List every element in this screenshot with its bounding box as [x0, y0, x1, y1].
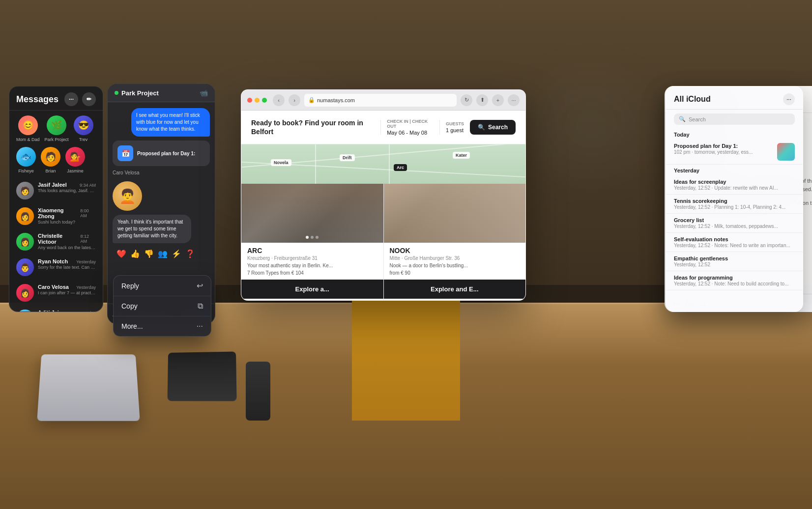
note-thumbnail-colorful [777, 143, 795, 161]
contact-avatar-fisheye: 🐟 [16, 147, 36, 167]
note-screenplay[interactable]: Ideas for screenplay Yesterday, 12:52 · … [666, 175, 803, 195]
search-divider-2 [439, 120, 440, 135]
messages-app-window: Messages ··· ✏ 😊 Mom & Dad 🌿 Park Projec… [9, 86, 103, 312]
context-reply-item[interactable]: Reply ↩ [114, 276, 211, 296]
search-btn-label: Search [488, 124, 508, 131]
note-programming[interactable]: Ideas for programming Yesterday, 12:52 ·… [666, 271, 803, 290]
msg-preview-caro: I can join after 7 — at practice until t… [38, 290, 96, 295]
speaker [246, 362, 270, 421]
note-self-eval-content: Self-evaluation notes Yesterday, 12:52 ·… [674, 236, 795, 248]
map-label-arc[interactable]: Arc [394, 164, 407, 171]
hotel-nook-price: from € 90 [390, 270, 520, 276]
contact-trev[interactable]: 😎 Trev [74, 115, 93, 142]
more-btn[interactable]: ··· [508, 94, 520, 106]
msg-content-aditi: Aditi Jain Yesterday Hey! What's your bu… [38, 310, 96, 312]
msg-content-caro: Caro Velosa Yesterday I can join after 7… [38, 284, 96, 295]
chat-group-name: Park Project [121, 89, 159, 97]
contact-name-jasmine: Jasmine [67, 169, 84, 173]
chat-outgoing-bubble: I see what you mean! I'll stick with blu… [131, 108, 210, 137]
hotel-nook-image-overlay [384, 184, 526, 243]
reaction-heart[interactable]: ❤️ [116, 249, 126, 258]
contact-brian[interactable]: 🧑 Brian [41, 147, 60, 173]
map-label-novela[interactable]: Novela [271, 159, 291, 166]
note-proposed-plan[interactable]: Proposed plan for Day 1: 102 pm · tomorr… [666, 140, 803, 165]
map-label-drift[interactable]: Drift [340, 154, 355, 161]
context-more-label: More... [121, 322, 143, 330]
minimize-dot[interactable] [255, 98, 260, 103]
reload-btn[interactable]: ↻ [461, 94, 472, 106]
caro-memoji-avatar: 🧑‍🦱 [113, 181, 142, 211]
reaction-thumbsdown[interactable]: 👎 [144, 249, 154, 258]
msg-content-christelle: Christelle Victoor 8:12 AM Any word back… [38, 233, 96, 250]
online-indicator [115, 91, 118, 95]
note-tennis[interactable]: Tennis scorekeeping Yesterday, 12:52 · P… [666, 195, 803, 214]
note-self-eval[interactable]: Self-evaluation notes Yesterday, 12:52 ·… [666, 233, 803, 252]
maximize-dot[interactable] [262, 98, 267, 103]
search-button[interactable]: 🔍 Search [470, 120, 516, 135]
hotel-nook-explore-btn[interactable]: Explore and E... [384, 280, 526, 299]
reaction-question[interactable]: ❓ [185, 249, 195, 258]
message-sender-label: Caro Velosa [113, 170, 139, 175]
chat-shared-card[interactable]: 📅 Proposed plan for Day 1: [113, 141, 210, 166]
msg-preview-xiaomeng: Sushi lunch today? [38, 220, 96, 225]
context-more-item[interactable]: More... ··· [114, 316, 211, 336]
reaction-bolt[interactable]: ⚡ [172, 249, 181, 258]
hotel-cards-container: ARC Kreuzberg · Freiburgerstraße 31 Your… [241, 184, 525, 300]
hotel-nook-image [384, 184, 526, 243]
msg-avatar-aditi: 👩 [16, 310, 34, 312]
back-btn[interactable]: ‹ [273, 94, 285, 106]
msg-item-xiaomeng[interactable]: 👩 Xiaomeng Zhong 8:00 AM Sushi lunch tod… [13, 204, 99, 228]
share-btn[interactable]: ⬆ [476, 94, 488, 106]
chat-video-btn[interactable]: 📹 [200, 89, 208, 97]
contact-mom-dad[interactable]: 😊 Mom & Dad [16, 115, 40, 142]
image-dots [306, 236, 319, 239]
msg-name-row-christelle: Christelle Victoor 8:12 AM [38, 233, 96, 245]
msg-item-christelle[interactable]: 👩 Christelle Victoor 8:12 AM Any word ba… [13, 229, 99, 254]
messages-header: Messages ··· ✏ [9, 86, 103, 111]
search-divider-1 [380, 120, 381, 135]
chat-header-icons: 📹 [200, 89, 208, 97]
contact-fisheye[interactable]: 🐟 Fisheye [16, 147, 36, 173]
hotel-map-strip[interactable]: Novela Drift Arc Kater [241, 144, 525, 184]
notes-yesterday-list: Ideas for screenplay Yesterday, 12:52 · … [666, 175, 803, 311]
contact-avatar-brian: 🧑 [41, 147, 60, 167]
messages-more-btn[interactable]: ··· [64, 92, 78, 106]
messages-compose-btn[interactable]: ✏ [82, 92, 96, 106]
context-copy-label: Copy [121, 302, 138, 310]
add-tab-btn[interactable]: + [492, 94, 504, 106]
map-label-kater[interactable]: Kater [453, 152, 470, 159]
msg-sender-caro: Caro Velosa [38, 284, 69, 290]
hotel-nook-info: NOOK Mitte · Große Hamburger Str. 36 Noo… [384, 243, 526, 280]
msg-sender-ryan: Ryan Notch [38, 258, 68, 264]
msg-item-jasif[interactable]: 🧑 Jasif Jaleel 9:34 AM This looks amazin… [13, 178, 99, 203]
msg-name-row-jasif: Jasif Jaleel 9:34 AM [38, 182, 96, 188]
chat-outgoing-text: I see what you mean! I'll stick with blu… [136, 113, 200, 132]
message-list: 🧑 Jasif Jaleel 9:34 AM This looks amazin… [9, 178, 103, 312]
notes-search-bar[interactable]: 🔍 Search [674, 113, 795, 125]
contact-jasmine[interactable]: 💁 Jasmine [65, 147, 85, 173]
image-dot [316, 236, 319, 239]
note-empathic[interactable]: Empathic gentleness Yesterday, 12:52 [666, 252, 803, 271]
note-empathic-preview: Yesterday, 12:52 [674, 262, 795, 267]
guests-field[interactable]: Guests 1 guest [446, 121, 464, 133]
msg-item-caro[interactable]: 👩 Caro Velosa Yesterday I can join after… [13, 281, 99, 305]
close-dot[interactable] [247, 98, 252, 103]
msg-time-aditi: Yesterday [76, 311, 96, 312]
msg-item-ryan[interactable]: 👨 Ryan Notch Yesterday Sorry for the lat… [13, 255, 99, 280]
hotel-arc-explore-btn[interactable]: Explore a... [241, 280, 383, 299]
note-grocery[interactable]: Grocery list Yesterday, 12:52 · Milk, to… [666, 214, 803, 233]
address-bar[interactable]: 🔒 numastays.com [304, 94, 457, 107]
notes-more-btn[interactable]: ··· [783, 93, 795, 105]
context-copy-item[interactable]: Copy ⧉ [114, 296, 211, 316]
hotel-card-nook[interactable]: NOOK Mitte · Große Hamburger Str. 36 Noo… [384, 184, 526, 300]
hotel-card-arc[interactable]: ARC Kreuzberg · Freiburgerstraße 31 Your… [241, 184, 384, 300]
reaction-group[interactable]: 👥 [158, 249, 168, 258]
msg-item-aditi[interactable]: 👩 Aditi Jain Yesterday Hey! What's your … [13, 306, 99, 312]
context-reply-icon: ↩ [197, 281, 203, 290]
reaction-thumbsup[interactable]: 👍 [130, 249, 140, 258]
contact-park-project[interactable]: 🌿 Park Project [45, 115, 69, 142]
checkin-field[interactable]: Check In | Check Out May 06 - May 08 [387, 119, 434, 136]
note-screenplay-title: Ideas for screenplay [674, 179, 795, 185]
forward-btn[interactable]: › [289, 94, 300, 106]
image-dot-active [306, 236, 309, 239]
